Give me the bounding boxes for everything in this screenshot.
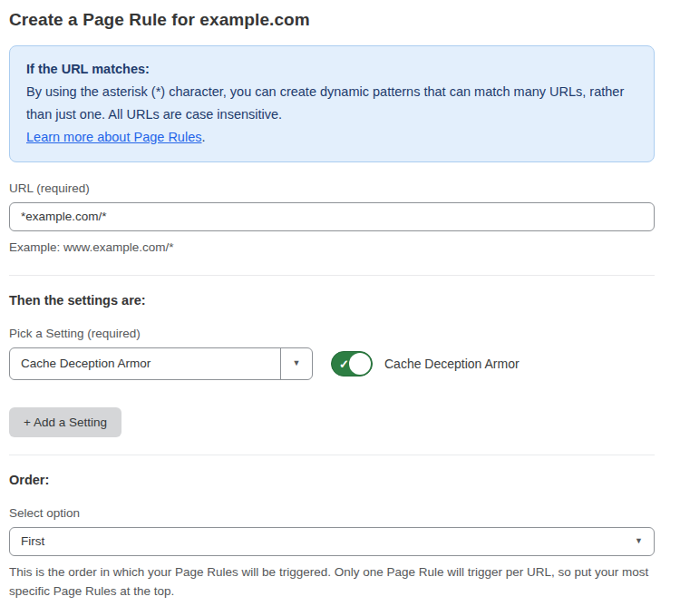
setting-select[interactable]: Cache Deception Armor ▼ — [9, 347, 313, 380]
order-select-value: First — [21, 534, 44, 548]
toggle-group: ✓ Cache Deception Armor — [331, 351, 520, 376]
divider — [9, 455, 655, 455]
toggle-label: Cache Deception Armor — [384, 357, 520, 371]
add-setting-button[interactable]: + Add a Setting — [9, 407, 121, 437]
toggle-knob — [349, 353, 371, 375]
info-box-heading: If the URL matches: — [26, 58, 637, 81]
setting-select-arrow-button[interactable]: ▼ — [280, 348, 312, 379]
page-rule-form: Create a Page Rule for example.com If th… — [9, 0, 655, 616]
order-select-label: Select option — [9, 506, 655, 520]
setting-row: Cache Deception Armor ▼ ✓ Cache Deceptio… — [9, 347, 655, 380]
chevron-down-icon: ▼ — [293, 359, 301, 367]
url-field-helper: Example: www.example.com/* — [9, 239, 655, 258]
page-title: Create a Page Rule for example.com — [9, 10, 655, 30]
order-helper-text: This is the order in which your Page Rul… — [9, 563, 655, 601]
info-box-link-line: Learn more about Page Rules. — [26, 126, 637, 149]
divider — [9, 275, 655, 276]
url-field-label: URL (required) — [9, 181, 655, 195]
info-box-body: By using the asterisk (*) character, you… — [26, 81, 637, 126]
setting-select-value: Cache Deception Armor — [10, 348, 280, 379]
setting-picker-label: Pick a Setting (required) — [9, 327, 655, 340]
url-match-info-box: If the URL matches: By using the asteris… — [9, 45, 655, 162]
link-suffix: . — [201, 130, 205, 144]
learn-more-link[interactable]: Learn more about Page Rules — [26, 130, 201, 144]
order-select[interactable]: First ▼ — [9, 527, 655, 556]
chevron-down-icon: ▼ — [635, 537, 643, 545]
cache-deception-armor-toggle[interactable]: ✓ — [331, 351, 373, 376]
check-icon: ✓ — [339, 357, 349, 370]
order-section-heading: Order: — [9, 473, 655, 487]
settings-section-heading: Then the settings are: — [9, 293, 655, 308]
url-input[interactable] — [9, 202, 655, 231]
